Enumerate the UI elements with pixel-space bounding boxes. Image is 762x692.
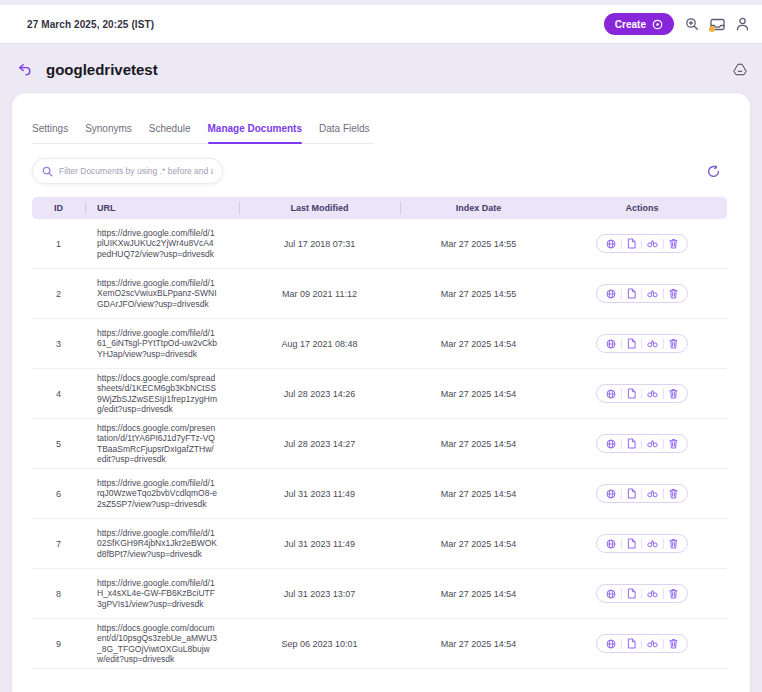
globe-icon[interactable] <box>601 389 621 399</box>
trash-icon[interactable] <box>664 338 683 349</box>
notification-dot <box>709 26 715 32</box>
globe-icon[interactable] <box>601 239 621 249</box>
user-icon[interactable] <box>736 17 749 31</box>
document-url-link[interactable]: https://docs.google.com/spreadsheets/d/1… <box>97 373 217 415</box>
cell-id: 3 <box>32 339 85 349</box>
cell-last-modified: Jul 31 2023 11:49 <box>239 489 400 499</box>
binoculars-icon[interactable] <box>642 289 663 298</box>
cell-index-date: Mar 27 2025 14:54 <box>400 439 557 449</box>
tab-synonyms[interactable]: Synonyms <box>85 123 132 134</box>
document-url-link[interactable]: https://drive.google.com/file/d/161_6iNT… <box>97 328 217 360</box>
file-icon[interactable] <box>622 388 641 399</box>
table-row: 4 https://docs.google.com/spreadsheets/d… <box>32 369 727 419</box>
document-url-link[interactable]: https://drive.google.com/file/d/1H_x4sXL… <box>97 578 217 610</box>
cell-last-modified: Jul 31 2023 13:07 <box>239 589 400 599</box>
refresh-icon[interactable] <box>707 165 720 178</box>
file-icon[interactable] <box>622 488 641 499</box>
column-header-last-modified: Last Modified <box>239 202 400 214</box>
trash-icon[interactable] <box>664 638 683 649</box>
create-button[interactable]: Create <box>604 13 674 35</box>
cell-url: https://drive.google.com/file/d/1plUIKXw… <box>85 228 239 260</box>
document-url-link[interactable]: https://drive.google.com/file/d/1plUIKXw… <box>97 228 217 260</box>
content-card: Settings Synonyms Schedule Manage Docume… <box>12 93 750 692</box>
table-row: 1 https://drive.google.com/file/d/1plUIK… <box>32 219 727 269</box>
cell-url: https://drive.google.com/file/d/1H_x4sXL… <box>85 578 239 610</box>
binoculars-icon[interactable] <box>642 539 663 548</box>
file-icon[interactable] <box>622 338 641 349</box>
cell-last-modified: Jul 17 2018 07:31 <box>239 239 400 249</box>
cell-url: https://docs.google.com/spreadsheets/d/1… <box>85 373 239 415</box>
globe-icon[interactable] <box>601 439 621 449</box>
trash-icon[interactable] <box>664 538 683 549</box>
document-url-link[interactable]: https://docs.google.com/document/d/10psg… <box>97 623 217 665</box>
trash-icon[interactable] <box>664 288 683 299</box>
tab-data-fields[interactable]: Data Fields <box>319 123 370 134</box>
table-row: 6 https://drive.google.com/file/d/1rqJ0W… <box>32 469 727 519</box>
cell-id: 6 <box>32 489 85 499</box>
document-url-link[interactable]: https://drive.google.com/file/d/1XemO2sc… <box>97 278 217 310</box>
globe-icon[interactable] <box>601 539 621 549</box>
cell-actions <box>557 434 727 453</box>
binoculars-icon[interactable] <box>642 339 663 348</box>
globe-icon[interactable] <box>601 339 621 349</box>
cell-id: 8 <box>32 589 85 599</box>
globe-icon[interactable] <box>601 639 621 649</box>
cell-id: 2 <box>32 289 85 299</box>
trash-icon[interactable] <box>664 488 683 499</box>
page-title: googledrivetest <box>46 61 720 78</box>
table-toolbar <box>32 158 727 184</box>
globe-icon[interactable] <box>601 489 621 499</box>
globe-icon[interactable] <box>601 289 621 299</box>
google-drive-icon <box>733 63 747 76</box>
actions-group <box>596 234 688 253</box>
actions-group <box>596 484 688 503</box>
cell-actions <box>557 284 727 303</box>
tab-bar: Settings Synonyms Schedule Manage Docume… <box>32 123 374 144</box>
cell-index-date: Mar 27 2025 14:54 <box>400 339 557 349</box>
actions-group <box>596 284 688 303</box>
binoculars-icon[interactable] <box>642 639 663 648</box>
binoculars-icon[interactable] <box>642 239 663 248</box>
cell-id: 5 <box>32 439 85 449</box>
cell-actions <box>557 634 727 653</box>
tab-schedule[interactable]: Schedule <box>149 123 191 134</box>
search-icon <box>42 166 53 177</box>
filter-input[interactable] <box>59 166 213 176</box>
file-icon[interactable] <box>622 238 641 249</box>
circled-dot-icon <box>652 19 663 30</box>
actions-group <box>596 584 688 603</box>
globe-icon[interactable] <box>601 589 621 599</box>
column-header-actions: Actions <box>557 202 727 214</box>
file-icon[interactable] <box>622 538 641 549</box>
trash-icon[interactable] <box>664 438 683 449</box>
inbox-icon[interactable] <box>710 18 725 31</box>
trash-icon[interactable] <box>664 588 683 599</box>
back-icon[interactable] <box>18 63 33 76</box>
document-url-link[interactable]: https://docs.google.com/presentation/d/1… <box>97 423 217 465</box>
table-row: 9 https://docs.google.com/document/d/10p… <box>32 619 727 669</box>
tab-settings[interactable]: Settings <box>32 123 68 134</box>
cell-id: 7 <box>32 539 85 549</box>
trash-icon[interactable] <box>664 388 683 399</box>
create-button-label: Create <box>615 19 646 30</box>
trash-icon[interactable] <box>664 238 683 249</box>
document-url-link[interactable]: https://drive.google.com/file/d/102SfKGH… <box>97 528 217 560</box>
binoculars-icon[interactable] <box>642 389 663 398</box>
file-icon[interactable] <box>622 588 641 599</box>
tab-manage-documents[interactable]: Manage Documents <box>208 123 302 134</box>
file-icon[interactable] <box>622 438 641 449</box>
actions-group <box>596 534 688 553</box>
binoculars-icon[interactable] <box>642 489 663 498</box>
file-icon[interactable] <box>622 288 641 299</box>
cell-index-date: Mar 27 2025 14:54 <box>400 389 557 399</box>
cell-url: https://docs.google.com/document/d/10psg… <box>85 623 239 665</box>
binoculars-icon[interactable] <box>642 439 663 448</box>
cell-id: 9 <box>32 639 85 649</box>
topbar: 27 March 2025, 20:25 (IST) Create <box>0 5 762 44</box>
file-icon[interactable] <box>622 638 641 649</box>
actions-group <box>596 434 688 453</box>
document-url-link[interactable]: https://drive.google.com/file/d/1rqJ0Wzw… <box>97 478 217 510</box>
search-icon[interactable] <box>685 17 699 31</box>
binoculars-icon[interactable] <box>642 589 663 598</box>
cell-actions <box>557 384 727 403</box>
